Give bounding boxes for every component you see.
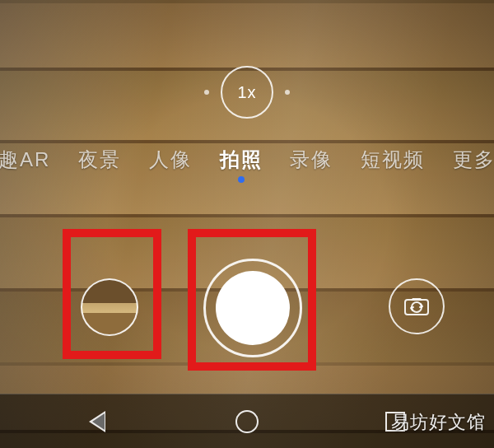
switch-camera-icon <box>403 295 431 318</box>
mode-short-video[interactable]: 短视频 <box>357 147 428 173</box>
nav-home-button[interactable] <box>235 410 259 433</box>
home-circle-icon <box>235 410 259 433</box>
mode-night[interactable]: 夜景 <box>75 147 124 173</box>
zoom-dot-left <box>204 90 209 95</box>
system-nav-bar <box>0 394 494 448</box>
zoom-level-circle[interactable]: 1x <box>221 66 273 119</box>
zoom-control[interactable]: 1x <box>0 66 494 119</box>
mode-selector[interactable]: 趣AR 夜景 人像 拍照 录像 短视频 更多 <box>0 147 494 173</box>
nav-back-button[interactable] <box>87 410 110 433</box>
switch-camera-button[interactable] <box>389 278 445 334</box>
mode-photo[interactable]: 拍照 <box>217 147 266 173</box>
mode-portrait[interactable]: 人像 <box>146 147 195 173</box>
mode-video[interactable]: 录像 <box>287 147 336 173</box>
active-mode-indicator-dot <box>238 176 245 183</box>
mode-photo-label: 拍照 <box>220 148 263 170</box>
annotation-box-shutter <box>188 229 316 371</box>
zoom-dot-right <box>285 90 290 95</box>
nav-recent-button[interactable] <box>384 410 407 433</box>
camera-viewfinder: 1x 趣AR 夜景 人像 拍照 录像 短视频 更多 <box>0 0 494 448</box>
recent-square-icon <box>385 412 405 432</box>
zoom-level-label: 1x <box>237 83 256 102</box>
mode-more[interactable]: 更多 <box>450 147 494 173</box>
annotation-box-gallery <box>63 229 161 359</box>
mode-fun-ar[interactable]: 趣AR <box>0 147 54 173</box>
back-triangle-icon <box>91 411 107 432</box>
